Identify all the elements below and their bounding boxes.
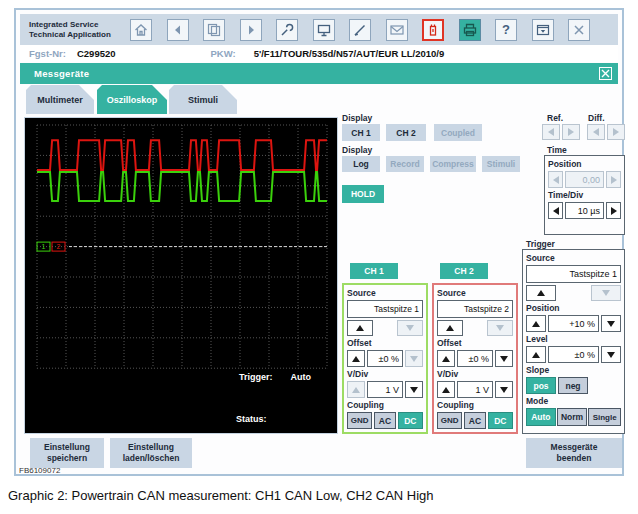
load-settings-button[interactable]: Einstellung laden/löschen xyxy=(110,438,192,468)
trigger-position-up-button[interactable] xyxy=(526,315,546,332)
dialog-close-button[interactable] xyxy=(599,67,612,80)
up-arrow-icon xyxy=(532,352,540,358)
ch2-vdiv-up-button[interactable] xyxy=(437,381,455,398)
ch1-source-down-button[interactable] xyxy=(397,320,423,336)
trigger-level-down-button[interactable] xyxy=(601,346,621,363)
back-button[interactable] xyxy=(167,19,189,41)
up-arrow-icon xyxy=(352,356,360,362)
ch1-vdiv-down-button[interactable] xyxy=(405,381,423,398)
ch1-offset-down-button[interactable] xyxy=(405,350,423,367)
ch2-header-button[interactable]: CH 2 xyxy=(440,263,488,279)
ch2-source-down-button[interactable] xyxy=(487,320,513,336)
ch2-ac-button[interactable]: AC xyxy=(464,412,485,429)
print-button[interactable] xyxy=(459,19,481,41)
mode-single-button[interactable]: Single xyxy=(588,408,621,426)
display-modes-label: Display xyxy=(342,145,372,155)
messages-button[interactable] xyxy=(386,19,408,41)
ch2-source-up-button[interactable] xyxy=(437,320,463,336)
tab-oszilloskop[interactable]: Oszilloskop xyxy=(97,85,167,114)
ch2-offset-value: ±0 % xyxy=(457,350,493,367)
diff-next-button[interactable] xyxy=(607,124,625,140)
documents-button[interactable] xyxy=(203,19,225,41)
tab-multimeter[interactable]: Multimeter xyxy=(26,85,94,114)
ref-next-button[interactable] xyxy=(562,124,580,140)
trigger-group: Source Tastspitze 1 Position +10 % Level… xyxy=(522,249,625,434)
trigger-source-up-button[interactable] xyxy=(526,285,556,301)
trigger-position-label: Position xyxy=(526,303,621,313)
minimize-button[interactable] xyxy=(532,19,554,41)
home-icon xyxy=(133,22,149,38)
timediv-value: 10 µs xyxy=(565,202,604,219)
trigger-level-value: ±0 % xyxy=(548,346,599,363)
trigger-source-value[interactable]: Tastspitze 1 xyxy=(526,265,621,283)
diff-prev-button[interactable] xyxy=(587,124,605,140)
service-plan-button[interactable] xyxy=(349,19,371,41)
up-arrow-icon xyxy=(442,356,450,362)
mode-auto-button[interactable]: Auto xyxy=(526,408,556,426)
save-settings-button[interactable]: Einstellung speichern xyxy=(30,438,104,468)
right-arrow-icon xyxy=(613,128,619,136)
help-button[interactable]: ? xyxy=(495,19,517,41)
ch1-coupling-label: Coupling xyxy=(347,400,423,410)
ch2-vdiv-down-button[interactable] xyxy=(495,381,513,398)
time-position-right-button[interactable] xyxy=(606,171,621,188)
monitor-icon xyxy=(316,22,332,38)
ch1-gnd-button[interactable]: GND xyxy=(347,412,372,429)
forward-button[interactable] xyxy=(240,19,262,41)
display-ch2-button[interactable]: CH 2 xyxy=(386,124,426,141)
left-arrow-icon xyxy=(553,176,559,184)
timediv-right-button[interactable] xyxy=(606,202,621,219)
trigger-source-down-button[interactable] xyxy=(591,285,621,301)
dialog-close-icon xyxy=(601,69,610,78)
minimize-window-icon xyxy=(535,22,551,38)
ch2-dc-button[interactable]: DC xyxy=(488,412,513,429)
exit-button[interactable] xyxy=(568,19,590,41)
up-arrow-icon xyxy=(356,325,364,331)
ch1-dc-button[interactable]: DC xyxy=(398,412,423,429)
ch2-gnd-button[interactable]: GND xyxy=(437,412,462,429)
home-button[interactable] xyxy=(130,19,152,41)
ch1-source-up-button[interactable] xyxy=(347,320,373,336)
ch2-offset-down-button[interactable] xyxy=(495,350,513,367)
trigger-level-up-button[interactable] xyxy=(526,346,546,363)
display-log-button[interactable]: Log xyxy=(342,156,380,172)
down-arrow-icon xyxy=(500,356,508,362)
mode-norm-button[interactable]: Norm xyxy=(557,408,588,426)
ch1-vdiv-up-button[interactable] xyxy=(347,381,365,398)
time-group: Position 0,00 Time/Div 10 µs xyxy=(544,155,625,235)
hold-button[interactable]: HOLD xyxy=(342,185,384,203)
ch1-header-button[interactable]: CH 1 xyxy=(350,263,398,279)
ch1-source-value[interactable]: Tastspitze 1 xyxy=(347,300,423,318)
fgst-value: C299520 xyxy=(77,48,116,59)
ch2-offset-up-button[interactable] xyxy=(437,350,455,367)
time-position-left-button[interactable] xyxy=(548,171,563,188)
measuring-devices-button[interactable] xyxy=(422,19,444,41)
display-record-button[interactable]: Record xyxy=(386,156,424,172)
tab-stimuli[interactable]: Stimuli xyxy=(169,85,237,114)
page: Integrated Service Technical Application… xyxy=(0,0,638,514)
display-compress-button[interactable]: Compress xyxy=(430,156,476,172)
fgst-label: Fgst-Nr: xyxy=(29,48,66,59)
ch1-offset-up-button[interactable] xyxy=(347,350,365,367)
workshop-button[interactable] xyxy=(276,19,298,41)
slope-neg-button[interactable]: neg xyxy=(558,377,588,394)
scope-trigger-label: Trigger: xyxy=(239,372,273,382)
vehicle-info-bar: Fgst-Nr: C299520 PKW: 5'/F11/TOUR/535d/N… xyxy=(20,45,618,62)
display-ch1-button[interactable]: CH 1 xyxy=(342,124,380,141)
display-coupled-button[interactable]: Coupled xyxy=(434,124,482,141)
svg-text:1: 1 xyxy=(42,243,46,250)
ch1-offset-value: ±0 % xyxy=(367,350,403,367)
end-measuring-devices-button[interactable]: Messgeräte beenden xyxy=(526,438,622,468)
app-title: Integrated Service Technical Application xyxy=(20,20,124,39)
ch2-source-value[interactable]: Tastspitze 2 xyxy=(437,300,513,318)
slope-pos-button[interactable]: pos xyxy=(526,377,556,394)
trigger-source-label: Source xyxy=(526,253,621,263)
operation-button[interactable] xyxy=(313,19,335,41)
ch1-ac-button[interactable]: AC xyxy=(374,412,395,429)
display-stimuli-button[interactable]: Stimuli xyxy=(482,156,520,172)
ref-prev-button[interactable] xyxy=(542,124,560,140)
back-arrow-icon xyxy=(170,22,186,38)
timediv-left-button[interactable] xyxy=(548,202,563,219)
trigger-position-down-button[interactable] xyxy=(601,315,621,332)
left-arrow-icon xyxy=(553,207,559,215)
